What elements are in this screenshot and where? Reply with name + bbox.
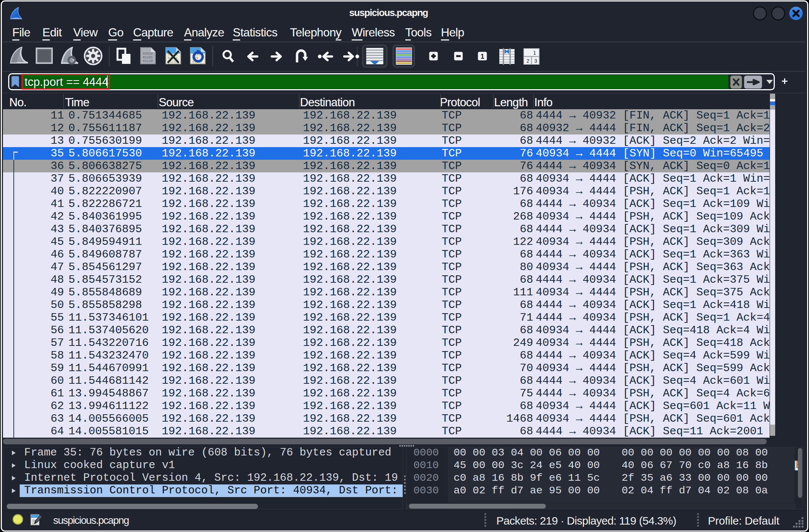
svg-text:01101: 01101 xyxy=(143,56,153,59)
svg-text:3: 3 xyxy=(534,58,537,64)
svg-text:1: 1 xyxy=(533,50,536,56)
svg-text:01110: 01110 xyxy=(143,59,153,63)
svg-text:1: 1 xyxy=(480,53,484,60)
svg-text:01010: 01010 xyxy=(143,52,153,56)
svg-text:2: 2 xyxy=(526,58,529,64)
